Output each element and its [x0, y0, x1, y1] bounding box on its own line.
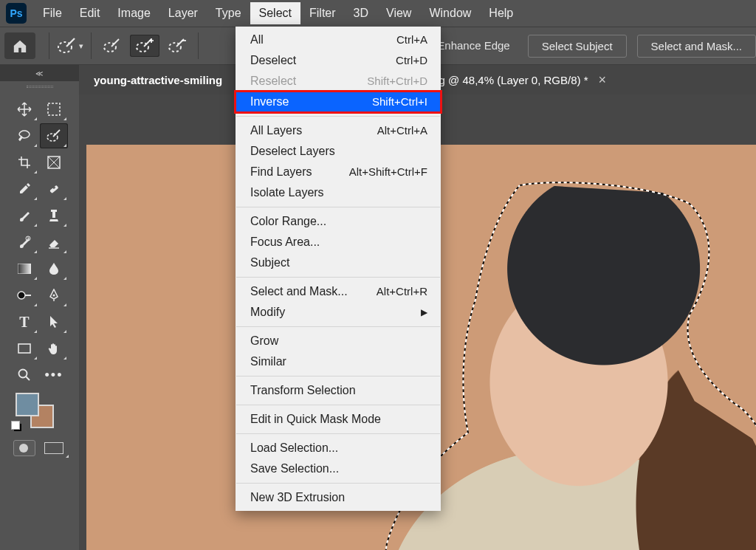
app-logo: Ps — [6, 3, 27, 24]
menu-item-label: Find Layers — [250, 164, 312, 180]
home-icon — [12, 38, 28, 53]
menu-item-label: Modify — [250, 304, 285, 320]
select-and-mask-button[interactable]: Select and Mask... — [637, 35, 756, 58]
menu-item-save-selection[interactable]: Save Selection... — [236, 458, 441, 479]
menu-item-label: Grow — [250, 333, 278, 349]
menu-type[interactable]: Type — [207, 2, 250, 24]
rectangle-tool[interactable] — [10, 336, 38, 361]
menu-image[interactable]: Image — [109, 2, 159, 24]
menu-item-edit-in-quick-mask-mode[interactable]: Edit in Quick Mask Mode — [236, 409, 441, 430]
blur-tool[interactable] — [40, 256, 68, 281]
menu-item-deselect[interactable]: DeselectCtrl+D — [236, 50, 441, 71]
screen-mode-toggle[interactable] — [42, 440, 66, 456]
select-and-mask-label: Select and Mask... — [651, 40, 742, 52]
frame-tool[interactable] — [40, 150, 68, 175]
menu-separator — [236, 405, 440, 405]
marquee-tool[interactable] — [40, 97, 68, 122]
edit-toolbar[interactable]: ••• — [40, 362, 68, 388]
qsel-tool-icon[interactable]: ▾ — [55, 35, 85, 57]
menu-item-modify[interactable]: Modify▶ — [236, 302, 441, 323]
color-swatches[interactable] — [11, 393, 69, 434]
menu-filter[interactable]: Filter — [300, 2, 345, 24]
menu-select[interactable]: Select — [250, 2, 300, 24]
menubar: Ps FileEditImageLayerTypeSelectFilter3DV… — [0, 0, 756, 27]
enhance-edge-label: Enhance Edge — [437, 39, 509, 52]
menu-window[interactable]: Window — [420, 2, 480, 24]
subtract-selection-icon[interactable] — [162, 35, 192, 57]
pen-tool[interactable] — [40, 283, 68, 308]
eraser-tool[interactable] — [40, 230, 68, 255]
toolbox: T ••• — [7, 93, 72, 464]
menu-item-inverse[interactable]: InverseShift+Ctrl+I — [236, 92, 441, 112]
menu-separator — [236, 277, 440, 278]
hand-tool[interactable] — [40, 336, 68, 361]
add-selection-icon[interactable] — [130, 35, 159, 57]
crop-tool[interactable] — [10, 150, 38, 175]
menu-item-focus-area[interactable]: Focus Area... — [236, 232, 441, 252]
menu-item-shortcut: Alt+Shift+Ctrl+F — [349, 164, 427, 180]
menu-separator — [236, 483, 440, 484]
menu-item-label: All Layers — [250, 123, 302, 139]
menu-3d[interactable]: 3D — [345, 2, 377, 24]
gradient-tool[interactable] — [10, 256, 38, 281]
menu-item-new-3d-extrusion[interactable]: New 3D Extrusion — [236, 487, 441, 508]
menu-item-select-and-mask[interactable]: Select and Mask...Alt+Ctrl+R — [236, 281, 441, 302]
clone-stamp-tool[interactable] — [40, 203, 68, 228]
history-brush-tool[interactable] — [10, 230, 38, 255]
menu-item-color-range[interactable]: Color Range... — [236, 211, 441, 232]
menu-item-shortcut: Shift+Ctrl+D — [367, 73, 427, 89]
svg-point-10 — [18, 292, 25, 299]
svg-point-13 — [19, 370, 27, 378]
menu-file[interactable]: File — [34, 2, 71, 24]
menu-view[interactable]: View — [377, 2, 420, 24]
home-button[interactable] — [4, 32, 35, 59]
menu-item-deselect-layers[interactable]: Deselect Layers — [236, 141, 441, 162]
select-subject-button[interactable]: Select Subject — [528, 35, 627, 58]
menu-item-all[interactable]: AllCtrl+A — [236, 30, 441, 50]
menu-item-isolate-layers[interactable]: Isolate Layers — [236, 182, 441, 203]
menu-item-label: Save Selection... — [250, 461, 339, 477]
healing-brush-tool[interactable] — [40, 176, 68, 202]
type-tool[interactable]: T — [10, 309, 38, 334]
menu-separator — [236, 207, 440, 207]
menu-item-load-selection[interactable]: Load Selection... — [236, 438, 441, 458]
brush-sparkle-icon — [57, 38, 78, 54]
menu-item-shortcut: Alt+Ctrl+A — [377, 123, 427, 139]
svg-point-11 — [53, 295, 55, 297]
panel-collapse-tab[interactable]: ≪ — [0, 65, 79, 81]
menu-edit[interactable]: Edit — [71, 2, 109, 24]
svg-rect-9 — [18, 264, 31, 274]
close-icon[interactable]: × — [599, 72, 607, 88]
menu-item-transform-selection[interactable]: Transform Selection — [236, 380, 441, 401]
dropdown-caret-icon: ▾ — [79, 41, 83, 51]
move-tool[interactable] — [10, 97, 38, 122]
quick-mask-toggle[interactable] — [13, 440, 35, 456]
menu-layer[interactable]: Layer — [159, 2, 207, 24]
menu-item-label: Similar — [250, 354, 286, 370]
quick-selection-tool[interactable] — [40, 123, 68, 148]
menu-item-similar[interactable]: Similar — [236, 351, 441, 372]
zoom-tool[interactable] — [10, 362, 38, 388]
menu-help[interactable]: Help — [480, 2, 522, 24]
panel-grip[interactable] — [0, 81, 79, 92]
menu-item-find-layers[interactable]: Find LayersAlt+Shift+Ctrl+F — [236, 162, 441, 182]
brush-tool[interactable] — [10, 203, 38, 228]
lasso-tool[interactable] — [10, 123, 38, 148]
menu-item-shortcut: Ctrl+D — [396, 52, 427, 69]
dodge-tool[interactable] — [10, 283, 38, 308]
menu-item-grow[interactable]: Grow — [236, 331, 441, 351]
tab-title-suffix: pg @ 48,4% (Layer 0, RGB/8) * — [433, 74, 588, 86]
select-menu-dropdown: AllCtrl+ADeselectCtrl+DReselectShift+Ctr… — [236, 27, 441, 511]
default-colors-icon[interactable] — [11, 421, 23, 433]
menu-item-subject[interactable]: Subject — [236, 252, 441, 273]
menu-item-all-layers[interactable]: All LayersAlt+Ctrl+A — [236, 120, 441, 141]
foreground-swatch[interactable] — [16, 393, 39, 416]
menu-item-label: Color Range... — [250, 213, 326, 230]
path-selection-tool[interactable] — [40, 309, 68, 334]
new-selection-icon[interactable] — [97, 35, 127, 57]
svg-point-5 — [47, 134, 58, 141]
eyedropper-tool[interactable] — [10, 176, 38, 202]
menu-separator — [236, 116, 440, 117]
menu-item-label: Transform Selection — [250, 382, 356, 399]
menu-item-label: Load Selection... — [250, 440, 338, 456]
